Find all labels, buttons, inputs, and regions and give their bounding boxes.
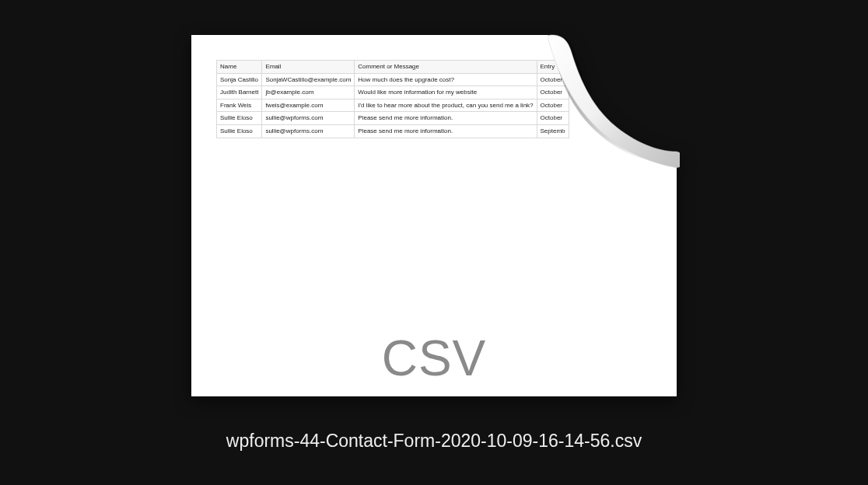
col-email: Email <box>262 61 355 74</box>
cell-name: Sullie Eloso <box>217 124 262 138</box>
cell-entry: October <box>537 112 569 125</box>
document-page: Name Email Comment or Message Entry Sonj… <box>191 35 677 396</box>
cell-entry: October <box>537 99 569 112</box>
cell-email: fweis@example.com <box>262 99 355 112</box>
document-preview: Name Email Comment or Message Entry Sonj… <box>191 35 677 396</box>
col-entry: Entry <box>537 61 569 74</box>
cell-message: Please send me more information. <box>355 112 537 125</box>
cell-message: How much does the upgrade cost? <box>355 73 537 86</box>
table-row: Sullie Eloso sullie@wpforms.com Please s… <box>217 112 569 125</box>
cell-entry: Septemb <box>537 124 569 138</box>
cell-name: Sonja Castillo <box>217 73 262 86</box>
cell-email: jb@example.com <box>262 86 355 99</box>
cell-name: Judith Barnett <box>217 86 262 99</box>
file-type-label: CSV <box>191 330 677 387</box>
preview-stage: Name Email Comment or Message Entry Sonj… <box>0 0 868 485</box>
col-name: Name <box>217 61 262 74</box>
cell-email: sullie@wpforms.com <box>262 124 355 138</box>
cell-email: sullie@wpforms.com <box>262 112 355 125</box>
cell-name: Sullie Eloso <box>217 112 262 125</box>
table-row: Sonja Castillo SonjaWCastillo@example.co… <box>217 73 569 86</box>
cell-name: Frank Weis <box>217 99 262 112</box>
table-header-row: Name Email Comment or Message Entry <box>217 61 569 74</box>
table-row: Judith Barnett jb@example.com Would like… <box>217 86 569 99</box>
col-message: Comment or Message <box>355 61 537 74</box>
cell-message: Would like more information for my websi… <box>355 86 537 99</box>
cell-entry: October <box>537 73 569 86</box>
table-row: Frank Weis fweis@example.com I'd like to… <box>217 99 569 112</box>
cell-entry: October <box>537 86 569 99</box>
cell-message: Please send me more information. <box>355 124 537 138</box>
cell-email: SonjaWCastillo@example.com <box>262 73 355 86</box>
csv-table: Name Email Comment or Message Entry Sonj… <box>216 60 569 138</box>
cell-message: I'd like to hear more about the product,… <box>355 99 537 112</box>
filename-label: wpforms-44-Contact-Form-2020-10-09-16-14… <box>0 431 868 452</box>
table-row: Sullie Eloso sullie@wpforms.com Please s… <box>217 124 569 138</box>
